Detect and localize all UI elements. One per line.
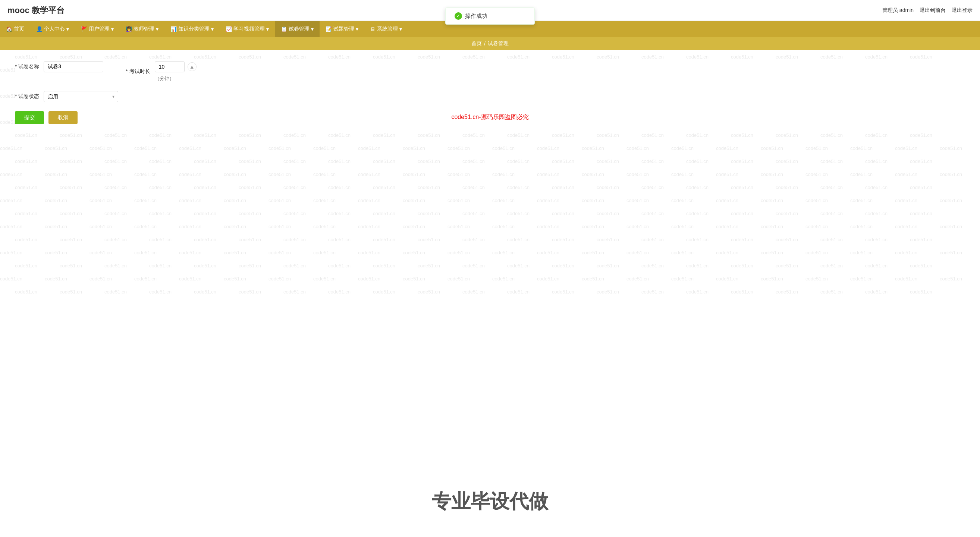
main-content: * 试卷名称 * 考试时长 ▲ （分钟） [0, 50, 980, 135]
breadcrumb-bar: 首页 / 试卷管理 [0, 37, 980, 50]
button-row: 提交 取消 code51.cn-源码乐园盗图必究 [15, 111, 965, 124]
status-label: * 试卷状态 [15, 93, 39, 100]
nav-knowledge-mgmt-label: 知识分类管理 [178, 26, 210, 32]
status-field: * 试卷状态 启用 禁用 ▾ [15, 91, 118, 102]
chevron-down-icon-5: ▾ [266, 26, 269, 32]
breadcrumb-separator: / [484, 41, 485, 47]
name-field: * 试卷名称 [15, 61, 103, 72]
time-unit: （分钟） [155, 75, 197, 82]
nav-exam-mgmt[interactable]: 📋 试卷管理 ▾ [275, 21, 320, 37]
time-increment-btn[interactable]: ▲ [188, 62, 197, 71]
nav-home-label: 首页 [14, 26, 24, 32]
chevron-down-icon: ▾ [66, 26, 69, 32]
nav-personal[interactable]: 👤 个人中心 ▾ [30, 21, 75, 37]
chevron-down-icon-2: ▾ [111, 26, 114, 32]
nav-question-mgmt[interactable]: 📝 试题管理 ▾ [320, 21, 364, 37]
time-input[interactable] [155, 61, 185, 72]
exam-icon: 📋 [281, 26, 287, 32]
bottom-watermark: 专业毕设代做 [432, 489, 548, 515]
chevron-down-icon-3: ▾ [156, 26, 159, 32]
system-icon: 🖥 [370, 26, 375, 32]
breadcrumb-current: 试卷管理 [488, 40, 509, 47]
flag-icon: 🚩 [81, 26, 87, 32]
submit-button[interactable]: 提交 [15, 111, 44, 124]
nav-system-mgmt[interactable]: 🖥 系统管理 ▾ [364, 21, 408, 37]
header-actions: 管理员 admin 退出到前台 退出登录 [882, 7, 972, 14]
chevron-down-icon-4: ▾ [211, 26, 214, 32]
chevron-down-icon-6: ▾ [311, 26, 313, 32]
nav-exam-mgmt-label: 试卷管理 [289, 26, 310, 32]
breadcrumb: 首页 / 试卷管理 [471, 40, 509, 47]
teacher-icon: 👩‍🏫 [126, 26, 132, 32]
chevron-down-icon-7: ▾ [356, 26, 358, 32]
nav-knowledge-mgmt[interactable]: 📊 知识分类管理 ▾ [164, 21, 220, 37]
nav-home[interactable]: 🏠 首页 [0, 21, 30, 37]
video-icon: 📈 [226, 26, 232, 32]
time-label: * 考试时长 [126, 68, 150, 75]
app-logo: mooc 教学平台 [8, 5, 65, 16]
nav-personal-label: 个人中心 [44, 26, 65, 32]
nav-teacher-mgmt-label: 教师管理 [134, 26, 154, 32]
toast-message: 操作成功 [465, 13, 487, 20]
nav-user-mgmt-label: 用户管理 [89, 26, 110, 32]
breadcrumb-home[interactable]: 首页 [471, 40, 482, 47]
status-select[interactable]: 启用 禁用 [44, 91, 118, 102]
time-row: ▲ [155, 61, 197, 72]
nav-question-mgmt-label: 试题管理 [333, 26, 354, 32]
nav-teacher-mgmt[interactable]: 👩‍🏫 教师管理 ▾ [120, 21, 164, 37]
chevron-down-icon-8: ▾ [399, 26, 402, 32]
person-icon: 👤 [36, 26, 43, 32]
nav-video-mgmt[interactable]: 📈 学习视频管理 ▾ [220, 21, 275, 37]
nav-user-mgmt[interactable]: 🚩 用户管理 ▾ [75, 21, 120, 37]
exam-form: * 试卷名称 * 考试时长 ▲ （分钟） [15, 61, 965, 124]
success-toast: ✓ 操作成功 [445, 8, 535, 25]
time-field-group: ▲ （分钟） [155, 61, 197, 82]
status-select-wrapper: 启用 禁用 ▾ [44, 91, 118, 102]
chart-icon: 📊 [170, 26, 177, 32]
cancel-button[interactable]: 取消 [48, 111, 78, 124]
logout-link[interactable]: 退出登录 [952, 7, 972, 14]
name-label: * 试卷名称 [15, 64, 39, 70]
nav-system-mgmt-label: 系统管理 [377, 26, 398, 32]
source-watermark-text: code51.cn-源码乐园盗图必究 [451, 113, 528, 121]
admin-label: 管理员 admin [882, 7, 914, 14]
toast-success-icon: ✓ [455, 12, 462, 20]
form-row-1: * 试卷名称 * 考试时长 ▲ （分钟） [15, 61, 965, 82]
nav-video-mgmt-label: 学习视频管理 [234, 26, 265, 32]
name-input[interactable] [44, 61, 103, 72]
form-row-2: * 试卷状态 启用 禁用 ▾ [15, 91, 965, 102]
time-field: * 考试时长 ▲ （分钟） [126, 61, 196, 82]
home-icon: 🏠 [6, 26, 12, 32]
question-icon: 📝 [326, 26, 332, 32]
back-to-front-link[interactable]: 退出到前台 [920, 7, 946, 14]
